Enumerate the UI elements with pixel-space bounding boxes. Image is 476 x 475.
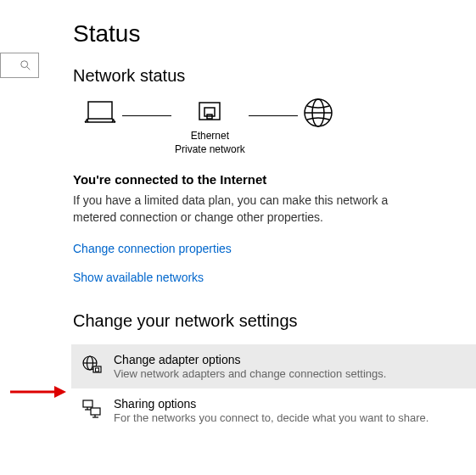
svg-rect-14	[83, 400, 92, 407]
option-title: Sharing options	[114, 397, 428, 411]
change-network-settings-heading: Change your network settings	[73, 311, 459, 331]
svg-rect-3	[199, 103, 220, 120]
adapter-icon-block: Ethernet Private network	[175, 98, 245, 156]
connection-type: Private network	[175, 143, 245, 157]
svg-marker-21	[54, 386, 66, 398]
change-adapter-options[interactable]: Change adapter options View network adap…	[71, 344, 476, 388]
network-diagram: Ethernet Private network	[81, 96, 459, 159]
globe-adapter-icon	[81, 355, 102, 375]
svg-rect-17	[91, 408, 100, 415]
connected-heading: You're connected to the Internet	[73, 172, 459, 187]
laptop-icon	[81, 98, 119, 127]
change-connection-properties-link[interactable]: Change connection properties	[73, 242, 459, 255]
option-description: View network adapters and change connect…	[114, 367, 386, 380]
connection-name: Ethernet	[175, 130, 245, 143]
sharing-options[interactable]: Sharing options For the networks you con…	[71, 388, 459, 433]
device-icon-block	[81, 98, 119, 156]
show-available-networks-link[interactable]: Show available networks	[73, 271, 459, 284]
connected-description: If you have a limited data plan, you can…	[73, 192, 429, 226]
page-title: Status	[73, 20, 459, 48]
search-icon	[20, 59, 31, 71]
connector-line	[122, 115, 171, 116]
arrow-annotation	[7, 382, 66, 402]
ethernet-icon	[195, 98, 224, 126]
svg-rect-2	[88, 102, 112, 119]
search-box[interactable]	[0, 53, 39, 78]
internet-icon-block	[301, 96, 335, 159]
svg-line-1	[27, 67, 31, 70]
network-status-heading: Network status	[73, 66, 459, 86]
option-title: Change adapter options	[114, 353, 386, 366]
svg-point-0	[21, 61, 28, 68]
globe-icon	[301, 96, 335, 130]
sharing-icon	[81, 399, 102, 419]
option-description: For the networks you connect to, decide …	[114, 411, 428, 424]
connector-line	[249, 115, 298, 116]
